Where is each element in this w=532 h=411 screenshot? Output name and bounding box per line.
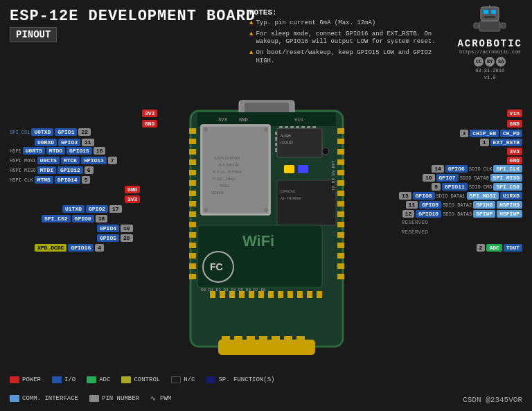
svg-rect-11 [245,103,289,114]
svg-rect-7 [474,23,479,28]
pwm-icon: ∿ [150,394,156,403]
svg-rect-44 [337,263,344,269]
svg-rect-99 [287,291,293,298]
svg-text:MODEL: MODEL [220,184,230,189]
pin-reserved2-row: RESERVED [402,229,428,235]
label-sdio-clk: SDIO CLK [469,166,493,172]
label-mtck: MTCK [61,157,80,164]
svg-rect-93 [229,291,235,298]
svg-rect-69 [301,126,305,128]
label-xpd: XPD_DCDC [35,244,66,252]
svg-rect-83 [218,340,315,355]
num-10: 10 [423,174,435,182]
label-gnd-right-top: GND [507,120,522,128]
svg-rect-8 [501,23,506,28]
num-9: 9 [432,183,441,191]
svg-rect-39 [337,211,344,217]
label-gpio4: GPIO4 [97,225,119,232]
brand-name: ACROBOTIC [457,38,522,49]
svg-text:GND: GND [239,117,248,123]
legend-label-comm: COMM. INTERFACE [22,395,78,402]
svg-rect-20 [189,170,196,175]
num-2: 2 [477,244,486,252]
pin-gpio5-row: GPIO5 20 [97,234,133,242]
num-1: 1 [480,139,489,146]
svg-rect-87 [259,336,267,342]
pin-3v3-right: 3V3 [507,148,522,155]
label-mtdi: MTDI [37,166,56,174]
svg-rect-91 [210,291,215,298]
svg-rect-86 [247,336,255,342]
pin-chip-en-row: 3 CHIP_EN CH_PD [460,130,522,137]
svg-rect-22 [189,191,196,196]
svg-text:M:2.4G 2545MHz: M:2.4G 2545MHz [213,170,242,175]
legend-nc: N/C [171,376,195,383]
legend-comm: COMM. INTERFACE [10,394,78,403]
num-13: 13 [399,192,411,200]
warning-icon-2: ▲ [249,30,253,39]
pin-vin-row: Vin [507,110,522,117]
pin-gpio0-row: SPI_CS2 GPIO0 18 [42,215,107,222]
svg-text:TX RX EN RST: TX RX EN RST [331,160,336,191]
svg-rect-63 [275,143,277,146]
label-gpio5: GPIO5 [97,234,119,242]
svg-rect-90 [296,336,305,342]
svg-rect-97 [268,291,274,298]
title-area: ESP-12E DEVELOPMENT BOARD PINOUT [10,8,256,42]
svg-rect-26 [189,232,196,238]
num-21: 21 [82,139,94,146]
svg-rect-89 [284,336,292,342]
svg-rect-98 [278,291,283,298]
legend-label-adc: ADC [99,376,110,383]
svg-rect-95 [249,291,254,298]
label-hspihd: HSPIHD [497,201,522,209]
legend-color-io [52,376,62,383]
label-u1txd: U1TXD [62,205,85,213]
legend-color-nc [171,376,181,383]
num-20: 20 [121,234,133,242]
label-tout: TOUT [504,244,522,252]
svg-rect-85 [234,336,242,342]
num-17: 17 [109,205,122,213]
legend-color-pinnum [89,395,99,402]
pinout-badge: PINOUT [10,27,57,42]
num-22: 22 [78,128,91,136]
legend-pinnum: PIN NUMBER [89,394,139,403]
svg-rect-84 [222,336,230,342]
pin-gpio4-row: GPIO4 19 [97,225,133,232]
warning-icon-1: ▲ [249,19,253,28]
note-text-1: Typ. pin current 6mA (Max. 12mA) [256,19,375,28]
legend-label-power: POWER [22,376,41,383]
label-gnd-top: GND [142,120,157,128]
label-gpio9: GPIO9 [419,201,441,209]
label-chip-en: CHIP_EN [470,130,499,137]
label-u0rts: U0RTS [23,147,45,155]
svg-rect-19 [189,159,196,165]
brand-url: https://acrobotic.com [457,49,522,55]
svg-point-103 [322,148,329,155]
svg-rect-47 [203,127,268,213]
num-16: 16 [94,147,106,155]
svg-rect-92 [220,291,225,298]
legend-color-spfunc [206,376,215,383]
svg-rect-102 [317,291,322,298]
svg-rect-24 [189,211,196,217]
svg-rect-94 [239,291,245,298]
svg-rect-43 [337,253,344,259]
board-svg: 3V3 GND Vin [163,90,371,360]
label-sdio-data2: SDIO DATA2 [443,202,472,208]
pin-gnd-left-mid: GND [125,186,140,193]
label-gnd-mid: GND [125,186,140,193]
svg-point-50 [204,208,208,212]
label-reserved2: RESERVED [402,229,428,235]
sa-icon: SA [496,57,506,67]
label-u1rxd: U1RXD [500,192,522,200]
svg-rect-16 [189,128,196,134]
legend-label-pinnum: PIN NUMBER [102,395,139,402]
pin-mtck-row: HSPI MOSI U0CTS MTCK GPIO13 7 [10,157,117,164]
pin-gpio3-row: U0RXD GPIO3 21 [35,139,94,146]
note-text-2: For sleep mode, connect GPIO16 and EXT_R… [256,30,450,46]
pin-reserved1-row: RESERVED [402,219,428,225]
svg-rect-96 [258,291,264,298]
svg-text:AI-THINKER: AI-THINKER [281,197,301,201]
